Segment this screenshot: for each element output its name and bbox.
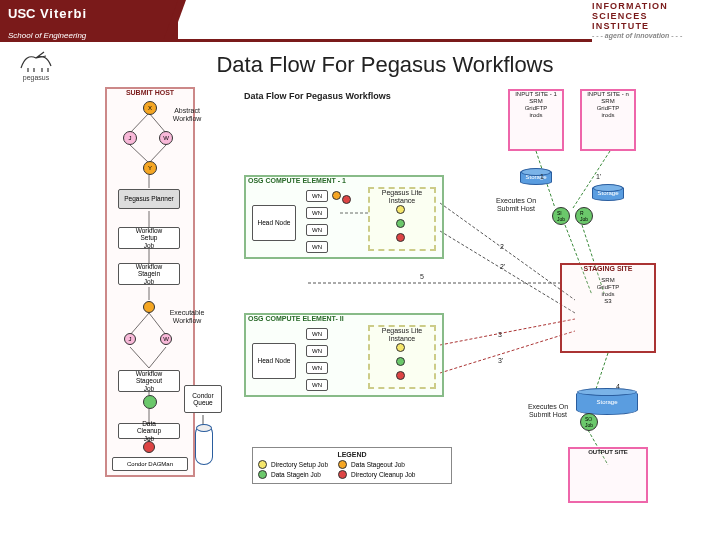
exec-node-x	[143, 301, 155, 313]
osg2-wn4: WN	[306, 379, 328, 391]
page-title: Data Flow For Pegasus Workflows	[62, 52, 708, 78]
staging-srm: SRM GridFTP irods S3	[564, 277, 652, 305]
osg2-plite-label: Pegasus Lite Instance	[370, 327, 434, 343]
so-job: SO Job	[580, 413, 598, 431]
osg2-wn3: WN	[306, 362, 328, 374]
node-j: J	[123, 131, 137, 145]
viterbi-text: Viterbi	[40, 6, 87, 21]
legend-cleanup: Directory Cleanup Job	[338, 470, 415, 479]
osg1-plite-dot2	[342, 195, 351, 204]
exec-submit-1: Executes On Submit Host	[486, 197, 546, 213]
osg2-plite-c3	[396, 371, 405, 380]
osg1-plite-label: Pegasus Lite Instance	[370, 189, 434, 205]
executable-workflow-label: Executable Workflow	[163, 309, 211, 325]
arrow-3: 3	[498, 331, 502, 339]
arrow-3b: 3'	[498, 357, 503, 365]
svg-line-23	[440, 319, 575, 345]
pegasus-planner-box: Pegasus Planner	[118, 189, 180, 209]
workflow-stagein-box: Workflow Stagein Job	[118, 263, 180, 285]
abstract-workflow-label: Abstract Workflow	[165, 107, 209, 123]
osg1-plite-c1	[396, 205, 405, 214]
osg2-wn2: WN	[306, 345, 328, 357]
cleanup-circle	[143, 441, 155, 453]
osg1-wn2: WN	[306, 207, 328, 219]
stageout-circle	[143, 395, 157, 409]
pegasus-icon	[16, 48, 56, 74]
osg2-label: OSG COMPUTE ELEMENT- II	[248, 315, 438, 323]
pegasus-label: pegasus	[23, 74, 49, 81]
inputn-storage: Storage	[592, 185, 624, 201]
arrow-2b: 2'	[500, 263, 505, 271]
osg1-label: OSG COMPUTE ELEMENT - 1	[248, 177, 438, 185]
output-label: OUTPUT SITE	[570, 449, 646, 456]
si-job: SI Job	[552, 207, 570, 225]
arrow-2: 2	[500, 243, 504, 251]
input-site-n-label: INPUT SITE - n SRM GridFTP irods	[582, 91, 634, 119]
exec-node-w: W	[160, 333, 172, 345]
staging-storage: Storage	[576, 389, 638, 415]
usc-viterbi-logo: USC Viterbi School of Engineering	[0, 0, 178, 42]
r-job: R Job	[575, 207, 593, 225]
input1-storage: Storage	[520, 169, 552, 185]
isi-line3: INSTITUTE	[592, 22, 720, 32]
school-text: School of Engineering	[8, 31, 86, 40]
legend-setup: Directory Setup Job	[258, 460, 328, 469]
usc-text: USC	[8, 6, 35, 21]
osg2-wn1: WN	[306, 328, 328, 340]
condor-queue-box: Condor Queue	[184, 385, 222, 413]
osg2-plite-c2	[396, 357, 405, 366]
exec-submit-2: Executes On Submit Host	[518, 403, 578, 419]
osg1-plite-dot1	[332, 191, 341, 200]
osg1-headnode: Head Node	[252, 205, 296, 241]
osg2-plite-c1	[396, 343, 405, 352]
pegasus-logo: pegasus	[10, 48, 62, 81]
dagman-box: Condor DAGMan	[112, 457, 188, 471]
node-y: Y	[143, 161, 157, 175]
header-bar: USC Viterbi School of Engineering INFORM…	[0, 0, 720, 42]
diagram-title: Data Flow For Pegasus Workflows	[244, 91, 391, 101]
header-spacer	[178, 0, 592, 42]
workflow-setup-box: Workflow Setup Job	[118, 227, 180, 249]
svg-line-22	[440, 231, 575, 313]
legend-box: LEGEND Directory Setup Job Data Stagein …	[252, 447, 452, 484]
exec-node-j: J	[124, 333, 136, 345]
data-cleanup-box: Data Cleanup Job	[118, 423, 180, 439]
node-w: W	[159, 131, 173, 145]
arrow-1: 1	[540, 173, 544, 181]
svg-line-24	[440, 331, 575, 373]
node-x: X	[143, 101, 157, 115]
osg1-plite-c2	[396, 219, 405, 228]
arrow-1b: 1'	[596, 173, 601, 181]
submit-host-label: SUBMIT HOST	[108, 89, 192, 97]
legend-stageout: Data Stageout Job	[338, 460, 415, 469]
legend-stagein: Data Stagein Job	[258, 470, 328, 479]
isi-logo: INFORMATION SCIENCES INSTITUTE - - - age…	[592, 0, 720, 42]
osg1-plite-c3	[396, 233, 405, 242]
condor-queue-storage	[195, 425, 213, 465]
input-site-1-label: INPUT SITE - 1 SRM GridFTP irods	[510, 91, 562, 119]
osg1-wn1: WN	[306, 190, 328, 202]
arrow-5: 5	[420, 273, 424, 281]
staging-label: STAGING SITE	[564, 265, 652, 273]
osg1-wn4: WN	[306, 241, 328, 253]
title-row: pegasus Data Flow For Pegasus Workflows	[0, 42, 720, 85]
osg2-headnode: Head Node	[252, 343, 296, 379]
osg1-wn3: WN	[306, 224, 328, 236]
isi-tagline: - - - agent of innovation - - -	[592, 32, 720, 40]
diagram-canvas: SUBMIT HOST X Abstract Workflow J W Y Pe…	[0, 85, 720, 525]
legend-title: LEGEND	[258, 451, 446, 459]
workflow-stageout-box: Workflow Stageout Job	[118, 370, 180, 392]
